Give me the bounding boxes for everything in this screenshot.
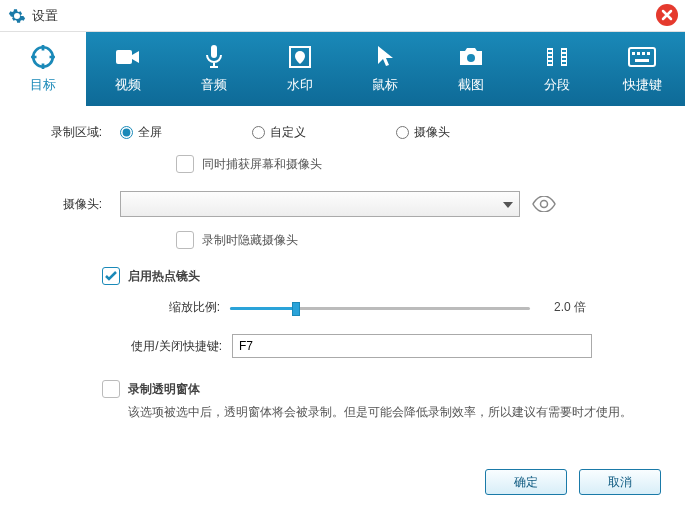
- tab-mouse[interactable]: 鼠标: [343, 32, 429, 106]
- tab-label: 分段: [544, 76, 570, 94]
- svg-point-5: [467, 54, 475, 62]
- cursor-icon: [375, 44, 395, 70]
- camera-combo[interactable]: [120, 191, 520, 217]
- hide-camera-row: 录制时隐藏摄像头: [120, 231, 655, 249]
- tab-label: 快捷键: [623, 76, 662, 94]
- watermark-icon: [288, 44, 312, 70]
- svg-rect-14: [562, 58, 566, 60]
- svg-rect-12: [562, 50, 566, 52]
- svg-rect-17: [632, 52, 635, 55]
- svg-rect-13: [562, 54, 566, 56]
- checkbox-enable-zoom[interactable]: [102, 267, 120, 285]
- tab-screenshot[interactable]: 截图: [428, 32, 514, 106]
- record-transparent-desc: 该选项被选中后，透明窗体将会被录制。但是可能会降低录制效率，所以建议有需要时才使…: [128, 404, 655, 421]
- svg-rect-9: [548, 54, 552, 56]
- radio-camera-input[interactable]: [396, 126, 409, 139]
- hide-camera-label: 录制时隐藏摄像头: [202, 232, 298, 249]
- cancel-button[interactable]: 取消: [579, 469, 661, 495]
- zoom-value: 2.0 倍: [554, 299, 586, 316]
- hotkey-row: 使用/关闭快捷键:: [102, 334, 655, 358]
- camera-icon: [458, 44, 484, 70]
- video-icon: [115, 44, 141, 70]
- content-area: 录制区域: 全屏 自定义 摄像头 同时捕获屏幕和摄像头 摄像头: 录制时隐藏摄像…: [0, 106, 685, 421]
- radio-custom[interactable]: 自定义: [252, 124, 306, 141]
- tab-label: 目标: [30, 76, 56, 94]
- record-transparent-label: 录制透明窗体: [128, 381, 200, 398]
- record-area-label: 录制区域:: [30, 124, 120, 141]
- keyboard-icon: [628, 44, 656, 70]
- tab-label: 截图: [458, 76, 484, 94]
- close-button[interactable]: [655, 3, 679, 30]
- svg-rect-20: [647, 52, 650, 55]
- record-transparent-row: 录制透明窗体: [102, 380, 655, 398]
- svg-rect-8: [548, 50, 552, 52]
- tab-video[interactable]: 视频: [86, 32, 172, 106]
- chevron-down-icon: [503, 197, 513, 211]
- segment-icon: [544, 44, 570, 70]
- svg-rect-16: [629, 48, 655, 66]
- tab-shortcut[interactable]: 快捷键: [599, 32, 685, 106]
- titlebar: 设置: [0, 0, 685, 32]
- slider-thumb[interactable]: [292, 302, 300, 316]
- camera-label: 摄像头:: [30, 196, 120, 213]
- tab-label: 视频: [115, 76, 141, 94]
- tab-label: 水印: [287, 76, 313, 94]
- hotkey-input[interactable]: [232, 334, 592, 358]
- svg-rect-15: [562, 62, 566, 64]
- tab-watermark[interactable]: 水印: [257, 32, 343, 106]
- svg-rect-11: [548, 62, 552, 64]
- ok-button[interactable]: 确定: [485, 469, 567, 495]
- enable-zoom-label: 启用热点镜头: [128, 268, 200, 285]
- camera-row: 摄像头:: [30, 191, 655, 217]
- zoom-ratio-label: 缩放比例:: [150, 299, 220, 316]
- tab-label: 鼠标: [372, 76, 398, 94]
- microphone-icon: [204, 44, 224, 70]
- record-area-radios: 全屏 自定义 摄像头: [120, 124, 655, 141]
- checkbox-capture-both[interactable]: [176, 155, 194, 173]
- radio-fullscreen[interactable]: 全屏: [120, 124, 162, 141]
- preview-camera-button[interactable]: [532, 196, 556, 212]
- gear-icon: [8, 7, 26, 25]
- crosshair-icon: [30, 44, 56, 70]
- radio-camera[interactable]: 摄像头: [396, 124, 450, 141]
- svg-rect-3: [211, 45, 217, 58]
- radio-custom-input[interactable]: [252, 126, 265, 139]
- enable-zoom-row: 启用热点镜头: [102, 267, 655, 285]
- record-area-row: 录制区域: 全屏 自定义 摄像头: [30, 124, 655, 141]
- window-title: 设置: [32, 7, 58, 25]
- svg-rect-10: [548, 58, 552, 60]
- hotkey-label: 使用/关闭快捷键:: [102, 338, 222, 355]
- capture-both-row: 同时捕获屏幕和摄像头: [120, 155, 655, 173]
- tab-segment[interactable]: 分段: [514, 32, 600, 106]
- svg-rect-18: [637, 52, 640, 55]
- svg-rect-19: [642, 52, 645, 55]
- tab-target[interactable]: 目标: [0, 32, 86, 106]
- checkbox-record-transparent[interactable]: [102, 380, 120, 398]
- zoom-slider[interactable]: [230, 300, 530, 316]
- svg-rect-2: [116, 50, 132, 64]
- tabs-bar: 目标 视频 音频 水印 鼠标 截图 分段: [0, 32, 685, 106]
- capture-both-label: 同时捕获屏幕和摄像头: [202, 156, 322, 173]
- slider-fill: [230, 307, 296, 310]
- radio-fullscreen-input[interactable]: [120, 126, 133, 139]
- tab-label: 音频: [201, 76, 227, 94]
- footer: 确定 取消: [485, 469, 661, 495]
- zoom-ratio-row: 缩放比例: 2.0 倍: [150, 299, 655, 316]
- svg-point-22: [541, 201, 548, 208]
- svg-rect-21: [635, 59, 649, 62]
- checkbox-hide-camera[interactable]: [176, 231, 194, 249]
- tab-audio[interactable]: 音频: [171, 32, 257, 106]
